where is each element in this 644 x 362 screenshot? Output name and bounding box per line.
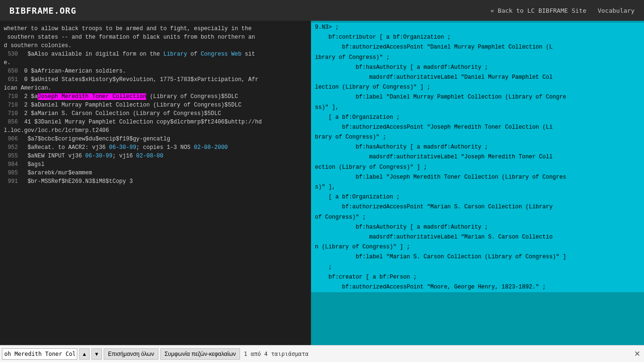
rdf-line: bf:contributor [ a bf:Organization ; bbox=[311, 33, 644, 42]
rdf-line: bf:authorizedAccessPoint "Moore, George … bbox=[311, 282, 644, 292]
rdf-line: bf:hasAuthority [ a madsrdf:Authority ; bbox=[311, 63, 644, 73]
left-panel[interactable]: whether to allow black troops to be arme… bbox=[0, 21, 311, 345]
rdf-line: [ a bf:Organization ; bbox=[311, 113, 644, 123]
left-line: d southern colonies. bbox=[0, 41, 311, 50]
rdf-line: bf:hasAuthority [ a madsrdf:Authority ; bbox=[311, 222, 644, 232]
rdf-line: n (Library of Congress)" ] ; bbox=[311, 242, 644, 252]
left-line: 650 0 $aAfrican-American soldiers. bbox=[0, 67, 311, 75]
rdf-line: lection (Library of Congress)" ] ; bbox=[311, 82, 644, 92]
rdf-line: 9.N3> ; bbox=[311, 23, 644, 33]
rdf-line: bf:label "Joseph Meredith Toner Collecti… bbox=[311, 173, 644, 182]
vocabulary-link[interactable]: Vocabulary bbox=[598, 7, 635, 14]
rdf-line: ection (Library of Congress)" ] ; bbox=[311, 163, 644, 173]
search-result-count: 1 από 4 ταιριάσματα bbox=[244, 351, 308, 357]
case-match-button[interactable]: Συμφωνία πεζών-κεφαλαίων bbox=[160, 348, 240, 360]
rdf-line: ; bbox=[311, 263, 644, 272]
search-close-button[interactable]: ✕ bbox=[634, 349, 640, 358]
rdf-line: brary of Congress)" ; bbox=[311, 132, 644, 142]
rdf-line: ibrary of Congress)" ; bbox=[311, 53, 644, 63]
highlight-all-button[interactable]: Επισήμανση όλων bbox=[104, 348, 158, 360]
rdf-line: of Congress)" ; bbox=[311, 213, 644, 222]
left-line: 906 $a7$bcbc$corignew$du$encip$f19$gy-ge… bbox=[0, 135, 311, 143]
left-line: 985 $ararebk/mur$eammem bbox=[0, 169, 311, 177]
rdf-line: ss)" ], bbox=[311, 103, 644, 113]
rdf-line: madsrdf:authoritativeLabel "Marian S. Ca… bbox=[311, 232, 644, 242]
search-bar: ▲ ▼ Επισήμανση όλων Συμφωνία πεζών-κεφαλ… bbox=[0, 345, 644, 362]
content-area: whether to allow black troops to be arme… bbox=[0, 21, 644, 345]
rdf-line: bf:authorizedAccessPoint "Daniel Murray … bbox=[311, 42, 644, 52]
left-line: 984 $agsl bbox=[0, 160, 311, 169]
rdf-line: madsrdf:authoritativeLabel "Joseph Mered… bbox=[311, 152, 644, 162]
left-line: 952 $aRecat. to AACR2: vj36 06-30-99; co… bbox=[0, 143, 311, 152]
search-prev-button[interactable]: ▲ bbox=[79, 348, 90, 360]
rdf-line: bf:label "Marian S. Carson Collection (L… bbox=[311, 252, 644, 262]
left-line: 710 2 $aDaniel Murray Pamphlet Collectio… bbox=[0, 101, 311, 109]
back-to-lc-link[interactable]: « Back to LC BIBFRAME Site bbox=[490, 7, 586, 14]
left-line: 651 0 $aUnited States$xHistory$yRevoluti… bbox=[0, 75, 311, 84]
rdf-line: [ a bf:Organization ; bbox=[311, 192, 644, 202]
left-line: 856 41 $3Daniel Murray Pamphlet Collecti… bbox=[0, 118, 311, 126]
rdf-line: bf:creator [ a bf:Person ; bbox=[311, 272, 644, 282]
left-line: 530 $aAlso available in digital form on … bbox=[0, 50, 311, 58]
navbar: BIBFRAME.ORG « Back to LC BIBFRAME Site … bbox=[0, 0, 644, 21]
rdf-line: s)" ], bbox=[311, 182, 644, 192]
right-panel[interactable]: 9.N3> ; bf:contributor [ a bf:Organizati… bbox=[311, 21, 644, 345]
rdf-line: bf:authorizedAccessPoint "Marian S. Cars… bbox=[311, 202, 644, 212]
rdf-line: madsrdf:authoritativeLabel "Daniel Murra… bbox=[311, 73, 644, 82]
navbar-brand: BIBFRAME.ORG bbox=[9, 6, 76, 16]
search-next-button[interactable]: ▼ bbox=[91, 348, 102, 360]
rdf-line: bf:label "Daniel Murray Pamphlet Collect… bbox=[311, 92, 644, 102]
rdf-line: bf:hasAuthority [ a madsrdf:Authority ; bbox=[311, 142, 644, 152]
left-line: ican American. bbox=[0, 84, 311, 92]
left-line-highlighted: 710 2 $aJoseph Meredith Toner Collection… bbox=[0, 92, 311, 101]
search-input[interactable] bbox=[2, 348, 77, 360]
left-line: e. bbox=[0, 58, 311, 67]
left-line: southern states -- and the formation of … bbox=[0, 33, 311, 41]
navbar-links: « Back to LC BIBFRAME Site Vocabulary bbox=[490, 7, 635, 14]
left-line: 991 $br-MSSRef$hE269.N3$iM8$tCopy 3 bbox=[0, 177, 311, 186]
left-line: 710 2 $aMarian S. Carson Collection (Lib… bbox=[0, 109, 311, 118]
left-line: whether to allow black troops to be arme… bbox=[0, 25, 311, 33]
left-line: l.loc.gov/loc.rbc/lcrbmrp.t2406 bbox=[0, 126, 311, 135]
left-line: 955 $aNEW INPUT vj36 06-30-99; vj16 02-0… bbox=[0, 152, 311, 160]
rdf-line: bf:authorizedAccessPoint "Joseph Meredit… bbox=[311, 123, 644, 132]
